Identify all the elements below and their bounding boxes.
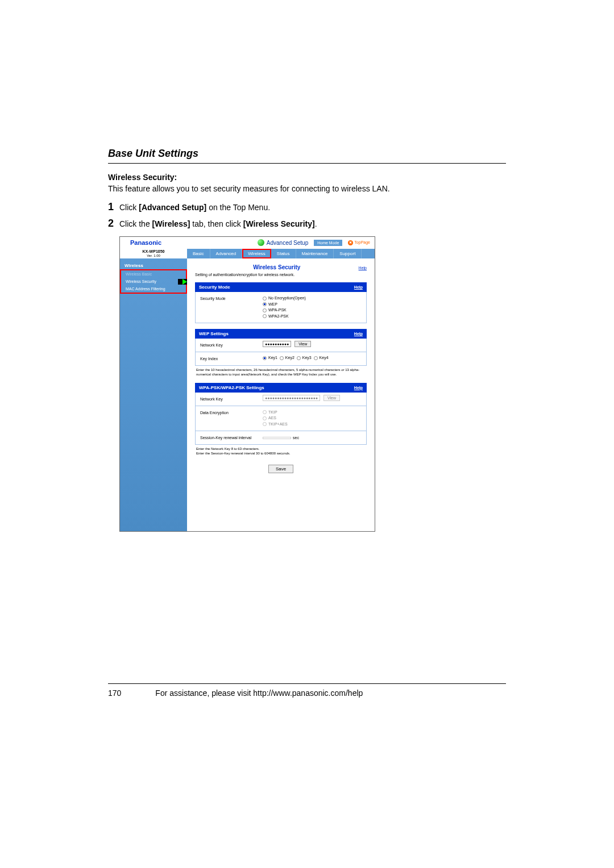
- radio-tkip-aes[interactable]: TKIP+AES: [263, 422, 362, 428]
- radio-key1[interactable]: Key1: [263, 356, 277, 360]
- radio-wpa-psk[interactable]: WPA-PSK: [263, 307, 362, 314]
- save-button[interactable]: Save: [268, 465, 293, 473]
- tab-wireless[interactable]: Wireless: [242, 249, 271, 258]
- home-mode-badge[interactable]: Home Mode: [314, 240, 342, 246]
- page-number: 170: [108, 688, 121, 698]
- tab-status[interactable]: Status: [271, 249, 296, 258]
- key-index-label: Key Index: [196, 352, 258, 365]
- tab-bar: Basic Advanced Wireless Status Maintenan…: [187, 249, 375, 258]
- tab-basic[interactable]: Basic: [187, 249, 210, 258]
- sidebar-item-wireless-basic[interactable]: Wireless Basic: [121, 270, 186, 278]
- step-text-bold: [Wireless]: [152, 219, 190, 228]
- radio-tkip[interactable]: TKIP: [263, 410, 362, 416]
- radio-key3[interactable]: Key3: [297, 356, 312, 360]
- footer-text: For assistance, please visit http://www.…: [155, 688, 363, 698]
- feature-description: This feature allows you to set security …: [108, 184, 506, 193]
- step-number: 1: [108, 201, 119, 213]
- wep-network-key-input[interactable]: ●●●●●●●●●●: [263, 341, 291, 347]
- radio-no-encryption[interactable]: No Encryption(Open): [263, 295, 362, 302]
- wpa-network-key-input[interactable]: ●●●●●●●●●●●●●●●●●●●●●●: [263, 395, 320, 401]
- wpa-note: Enter the Network Key 8 to 63 characters…: [195, 445, 367, 462]
- help-link[interactable]: Help: [354, 332, 363, 336]
- step-text-pre: Click the: [119, 219, 152, 228]
- radio-wpa2-psk[interactable]: WPA2-PSK: [263, 314, 362, 320]
- step-1: 1 Click [Advanced Setup] on the Top Menu…: [108, 201, 506, 213]
- wireless-security-heading: Wireless Security:: [108, 173, 506, 182]
- session-key-label: Session-Key renewal interval: [196, 431, 258, 444]
- wpa-network-key-label: Network Key: [196, 393, 258, 406]
- wep-settings-bar: WEP Settings Help: [195, 329, 367, 339]
- radio-key4[interactable]: Key4: [314, 356, 329, 360]
- step-text-bold: [Advanced Setup]: [139, 203, 206, 212]
- toppage-link[interactable]: TopPage: [348, 240, 370, 245]
- tab-maintenance[interactable]: Maintenance: [296, 249, 334, 258]
- sidebar: Wireless Wireless Basic Wireless Securit…: [120, 258, 187, 531]
- step-text-mid: tab, then click: [190, 219, 243, 228]
- wep-note: Enter the 10 hexadecimal characters, 26 …: [195, 366, 367, 383]
- step-text-bold2: [Wireless Security]: [243, 219, 315, 228]
- tab-support[interactable]: Support: [334, 249, 362, 258]
- model-label: KX-WP1050 Ver. 1.00: [120, 248, 187, 258]
- router-screenshot: Panasonic Advanced Setup Home Mode TopPa…: [119, 236, 375, 532]
- globe-icon: [258, 239, 264, 246]
- sec-unit: sec: [293, 436, 299, 440]
- help-link[interactable]: Help: [354, 285, 363, 289]
- security-mode-label: Security Mode: [196, 292, 258, 323]
- step-number: 2: [108, 218, 119, 229]
- radio-aes[interactable]: AES: [263, 415, 362, 422]
- step-text-pre: Click: [119, 203, 139, 212]
- data-encryption-label: Data Encryption: [196, 406, 258, 431]
- wpa-settings-bar: WPA-PSK/WPA2-PSK Settings Help: [195, 383, 367, 393]
- panasonic-logo: Panasonic: [125, 239, 161, 246]
- step-text-post: .: [315, 219, 317, 228]
- tab-advanced[interactable]: Advanced: [210, 249, 243, 258]
- panel-title: Wireless Security: [195, 264, 359, 270]
- sidebar-item-mac-filtering[interactable]: MAC Address Filtering: [121, 285, 186, 293]
- wep-network-key-label: Network Key: [196, 339, 258, 352]
- security-mode-bar: Security Mode Help: [195, 282, 367, 292]
- view-button: View: [323, 395, 340, 401]
- sidebar-item-wireless-security[interactable]: Wireless Security: [121, 278, 186, 285]
- section-title: Base Unit Settings: [108, 148, 506, 164]
- step-text-post: on the Top Menu.: [206, 203, 270, 212]
- help-link[interactable]: Help: [359, 266, 367, 270]
- radio-wep[interactable]: WEP: [263, 302, 362, 308]
- main-panel: Wireless Security Help Setting of authen…: [187, 258, 375, 531]
- page-footer: 170 For assistance, please visit http://…: [108, 683, 506, 698]
- radio-key2[interactable]: Key2: [280, 356, 294, 360]
- session-key-input[interactable]: [263, 437, 291, 439]
- view-button[interactable]: View: [294, 341, 311, 347]
- panel-subtitle: Setting of authentication/encryption for…: [195, 273, 367, 277]
- sidebar-heading-wireless: Wireless: [120, 262, 187, 269]
- arrow-right-icon: [182, 279, 187, 285]
- advanced-setup-label: Advanced Setup: [267, 240, 308, 246]
- help-link[interactable]: Help: [354, 386, 363, 390]
- step-2: 2 Click the [Wireless] tab, then click […: [108, 218, 506, 229]
